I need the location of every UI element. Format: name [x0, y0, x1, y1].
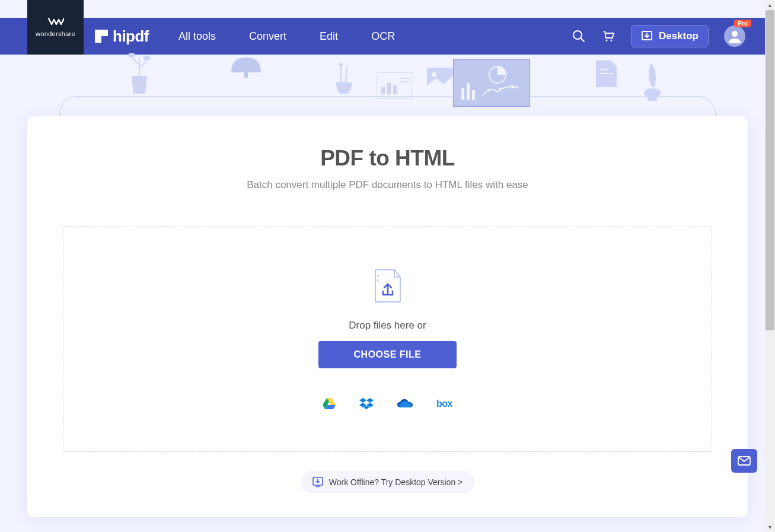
hipdf-logo[interactable]: hipdf — [95, 27, 149, 46]
upload-document-icon — [374, 269, 401, 303]
download-icon — [641, 30, 653, 42]
offline-text: Work Offline? Try Desktop Version > — [329, 477, 463, 487]
plant-icon — [119, 52, 160, 100]
hero-decoration — [0, 55, 775, 114]
dropbox-icon — [359, 398, 374, 410]
svg-point-27 — [487, 89, 490, 92]
desktop-button[interactable]: Desktop — [631, 25, 709, 47]
svg-rect-26 — [472, 90, 475, 100]
pencil-cup-icon — [329, 62, 359, 97]
svg-rect-25 — [467, 83, 470, 100]
mail-icon — [738, 456, 751, 466]
svg-point-8 — [128, 53, 135, 58]
svg-point-5 — [610, 40, 612, 42]
wondershare-icon — [47, 17, 64, 27]
wondershare-logo-block[interactable]: wondershare — [27, 0, 84, 55]
image-deco-icon — [427, 68, 454, 90]
svg-point-29 — [511, 85, 514, 88]
svg-point-13 — [339, 63, 343, 66]
search-button[interactable] — [572, 29, 586, 43]
offline-version-link[interactable]: Work Offline? Try Desktop Version > — [301, 471, 475, 493]
hipdf-icon — [95, 30, 108, 43]
google-drive-button[interactable] — [323, 398, 336, 410]
choose-file-button[interactable]: CHOOSE FILE — [318, 341, 457, 368]
svg-line-3 — [581, 38, 584, 42]
svg-rect-17 — [393, 85, 397, 94]
desktop-download-icon — [312, 477, 323, 488]
vertical-scrollbar[interactable]: ▲ ▼ — [765, 0, 775, 532]
dropbox-button[interactable] — [359, 398, 374, 410]
box-button[interactable]: box — [436, 399, 452, 409]
page-title: PDF to HTML — [63, 146, 712, 171]
onedrive-icon — [397, 399, 413, 409]
google-drive-icon — [323, 398, 336, 410]
wondershare-label: wondershare — [36, 30, 75, 37]
file-dropzone[interactable]: Drop files here or CHOOSE FILE — [63, 227, 712, 452]
scroll-thumb[interactable] — [766, 10, 774, 330]
svg-rect-10 — [244, 72, 248, 78]
svg-line-12 — [346, 66, 347, 82]
chart-deco-icon — [377, 72, 412, 99]
svg-point-21 — [432, 72, 436, 77]
document-deco-icon — [596, 60, 617, 87]
scroll-down-button[interactable]: ▼ — [765, 522, 775, 532]
desktop-label: Desktop — [659, 30, 699, 42]
box-label: box — [436, 399, 452, 409]
cart-button[interactable] — [601, 29, 615, 43]
main-card: PDF to HTML Batch convert multiple PDF d… — [27, 116, 748, 517]
nav-ocr[interactable]: OCR — [371, 30, 395, 43]
cart-icon — [602, 30, 615, 43]
avatar-icon — [726, 28, 743, 44]
user-avatar[interactable]: Pro — [724, 26, 745, 47]
scroll-up-button[interactable]: ▲ — [765, 0, 775, 10]
feather-deco-icon — [636, 60, 668, 102]
svg-rect-16 — [387, 83, 391, 94]
svg-point-28 — [499, 88, 502, 91]
lamp-icon — [225, 55, 267, 81]
search-icon — [572, 30, 585, 43]
dashboard-deco-icon — [453, 59, 530, 107]
feedback-button[interactable] — [731, 449, 757, 473]
nav-edit[interactable]: Edit — [320, 30, 338, 43]
svg-point-7 — [732, 31, 738, 37]
svg-rect-15 — [381, 87, 385, 94]
nav-all-tools[interactable]: All tools — [178, 30, 216, 43]
svg-rect-22 — [453, 59, 530, 107]
onedrive-button[interactable] — [397, 399, 413, 409]
drop-text: Drop files here or — [349, 320, 426, 332]
page-subtitle: Batch convert multiple PDF documents to … — [63, 179, 712, 191]
svg-point-9 — [143, 56, 151, 60]
svg-rect-33 — [648, 95, 657, 101]
nav-convert[interactable]: Convert — [249, 30, 286, 43]
svg-rect-1 — [101, 36, 108, 43]
svg-rect-24 — [461, 88, 464, 100]
svg-point-4 — [605, 40, 607, 42]
pro-badge: Pro — [734, 20, 751, 27]
hipdf-label: hipdf — [113, 27, 149, 46]
main-navbar: wondershare hipdf All tools Convert Edit… — [0, 18, 775, 55]
